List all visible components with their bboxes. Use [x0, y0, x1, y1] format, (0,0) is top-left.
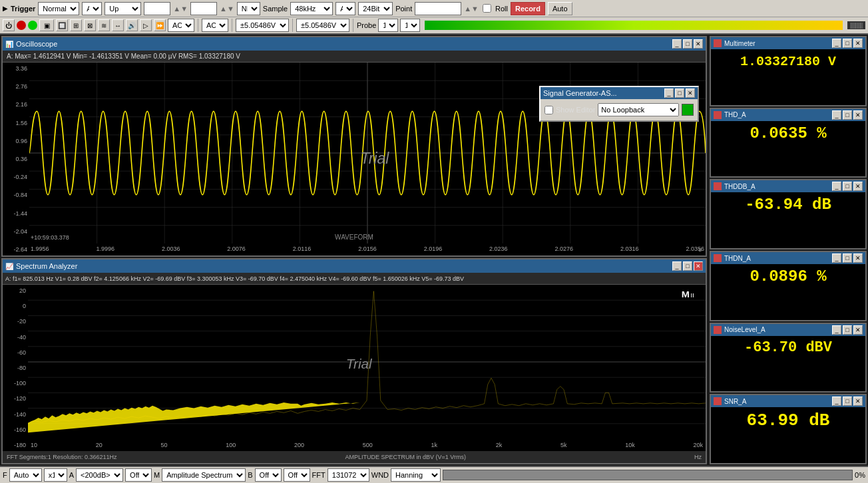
snra-maximize[interactable]: □: [843, 397, 852, 406]
bt-off-select3[interactable]: Off: [284, 468, 310, 482]
spec-svg: Trial M II: [28, 285, 706, 439]
spec-y-labels: 200-20-40 -60-80-100-120 -140-160-180: [3, 285, 28, 451]
icon-7[interactable]: 🔊: [126, 19, 138, 31]
siggen-loopback-select[interactable]: No Loopback: [598, 103, 679, 116]
thdn-a-controls: _ □ ✕: [832, 253, 863, 263]
siggen-minimize[interactable]: _: [664, 88, 674, 98]
thd-a-icon: [714, 111, 722, 119]
siggen-show-editor-checkbox[interactable]: [544, 106, 553, 114]
snra-minimize[interactable]: _: [832, 397, 841, 406]
thdn-a-icon: [714, 254, 722, 262]
thddb-a-icon: [714, 182, 722, 190]
snra-close[interactable]: ✕: [853, 397, 863, 406]
spec-stats: A: f1= 825.013 Hz V1= 0.28 dBV f2= 4.125…: [3, 273, 706, 285]
siggen-show-editor-label: Show Editor: [556, 106, 595, 114]
bt-range-select[interactable]: <200dB><100dB>: [76, 468, 123, 482]
volt2-select[interactable]: ±5.05486V: [296, 19, 349, 32]
point-value[interactable]: 192000: [415, 2, 461, 15]
siggen-go-button[interactable]: [682, 104, 694, 116]
trigger-ch-select[interactable]: AB: [82, 2, 102, 15]
icon-3[interactable]: ⊞: [70, 19, 82, 31]
left-panel: 📊 Oscilloscope _ □ ✕ A: Max= 1.4612941 V…: [0, 35, 708, 466]
thda-maximize[interactable]: □: [843, 110, 852, 120]
noiselevela-maximize[interactable]: □: [843, 325, 852, 335]
thd-a-controls: _ □ ✕: [832, 110, 863, 120]
mm-maximize[interactable]: □: [843, 39, 852, 48]
thdn-a-value: 0.0896 %: [711, 264, 865, 289]
ac1-select[interactable]: ACDC: [168, 19, 194, 32]
mm-close[interactable]: ✕: [853, 39, 863, 48]
record-button[interactable]: Record: [511, 2, 545, 15]
thddba-maximize[interactable]: □: [843, 182, 852, 191]
probe-select1[interactable]: 1: [378, 19, 398, 32]
snr-a-value: 63.99 dB: [711, 407, 865, 434]
osc-minimize[interactable]: _: [672, 39, 682, 49]
siggen-title-text: Signal Generator-AS...: [543, 89, 617, 97]
ac2-select[interactable]: ACDC: [202, 19, 228, 32]
thddb-a-window: THDDB_A _ □ ✕ -63.94 dB: [710, 179, 867, 249]
spec-win-controls: _ □ ✕: [672, 261, 703, 271]
noiselevela-close[interactable]: ✕: [853, 325, 863, 335]
probe-select2[interactable]: 1: [400, 19, 420, 32]
icon-4[interactable]: ⊠: [84, 19, 96, 31]
thddba-minimize[interactable]: _: [832, 182, 841, 191]
noiselevel-a-controls: _ □ ✕: [832, 325, 863, 335]
signal-generator-popup: Signal Generator-AS... _ □ ✕ Show Editor…: [539, 86, 699, 122]
bt-off-select1[interactable]: Off: [125, 468, 152, 482]
spec-canvas: 200-20-40 -60-80-100-120 -140-160-180: [3, 285, 706, 451]
spec-maximize[interactable]: □: [683, 261, 692, 271]
siggen-close[interactable]: ✕: [686, 88, 695, 98]
spec-close[interactable]: ✕: [694, 261, 703, 271]
thddba-close[interactable]: ✕: [853, 182, 863, 191]
spec-minimize[interactable]: _: [672, 261, 682, 271]
thdna-maximize[interactable]: □: [843, 253, 852, 263]
bt-spectrum-select[interactable]: Amplitude SpectrumPower Spectrum: [162, 468, 246, 482]
siggen-maximize[interactable]: □: [675, 88, 684, 98]
bt-off-select2[interactable]: Off: [255, 468, 282, 482]
icon-2[interactable]: 🔲: [56, 19, 68, 31]
trigger-mode-select[interactable]: NormalAutoSingle: [38, 2, 79, 15]
svg-text:II: II: [690, 292, 694, 299]
multimeter-value: 1.03327180 V: [711, 49, 865, 75]
thda-minimize[interactable]: _: [832, 110, 841, 120]
bt-f-label: F: [3, 471, 7, 479]
bt-window-select[interactable]: HanningFlat TopBlackman: [391, 468, 441, 482]
icon-1[interactable]: ▣: [39, 19, 54, 31]
mm-minimize[interactable]: _: [832, 39, 841, 48]
trigger-level2[interactable]: 0%: [190, 2, 217, 15]
thddb-a-value: -63.94 dB: [711, 192, 865, 218]
noiselevel-a-title: NoiseLevel_A: [724, 326, 765, 333]
icon-5[interactable]: ≋: [98, 19, 110, 31]
icon-9[interactable]: ⏩: [154, 19, 166, 31]
thdna-close[interactable]: ✕: [853, 253, 863, 263]
sample-rate-select[interactable]: 48kHz96kHz192kHz: [290, 2, 333, 15]
noiselevel-a-value: -63.70 dBV: [711, 336, 865, 360]
oscilloscope-window: 📊 Oscilloscope _ □ ✕ A: Max= 1.4612941 V…: [1, 36, 707, 257]
bt-percent: 0%: [855, 471, 865, 479]
thdna-minimize[interactable]: _: [832, 253, 841, 263]
noiselevela-minimize[interactable]: _: [832, 325, 841, 335]
thda-close[interactable]: ✕: [853, 110, 863, 120]
nil-select[interactable]: NIL: [237, 2, 260, 15]
multimeter-controls: _ □ ✕: [832, 39, 863, 48]
bt-mult-select[interactable]: x1x2x4: [44, 468, 67, 482]
bt-fft-select[interactable]: 1310726553632768: [327, 468, 369, 482]
osc-close[interactable]: ✕: [694, 39, 703, 49]
osc-footer-label: WAVEFORM: [335, 234, 373, 241]
ch-a-select[interactable]: AB: [335, 2, 355, 15]
thd-a-title: THD_A: [724, 111, 746, 118]
icon-6[interactable]: ↔: [112, 19, 124, 31]
auto-button[interactable]: Auto: [548, 2, 572, 15]
roll-checkbox[interactable]: [483, 4, 491, 13]
power-icon[interactable]: ⏻: [3, 19, 15, 31]
trigger-edge-select[interactable]: UpDown: [105, 2, 141, 15]
trigger-level1[interactable]: 0%: [144, 2, 170, 15]
bt-auto-select[interactable]: Auto: [9, 468, 42, 482]
bt-fft-label: FFT: [312, 471, 326, 479]
osc-maximize[interactable]: □: [683, 39, 692, 49]
spec-x-labels: 102050100200 5001k2k5k10k20k: [28, 439, 706, 451]
volt1-select[interactable]: ±5.05486V: [236, 19, 289, 32]
bits-select[interactable]: 24Bit16Bit: [358, 2, 393, 15]
osc-stats-text: A: Max= 1.4612941 V Min= -1.4613351 V Me…: [7, 53, 240, 60]
icon-8[interactable]: ▷: [140, 19, 152, 31]
